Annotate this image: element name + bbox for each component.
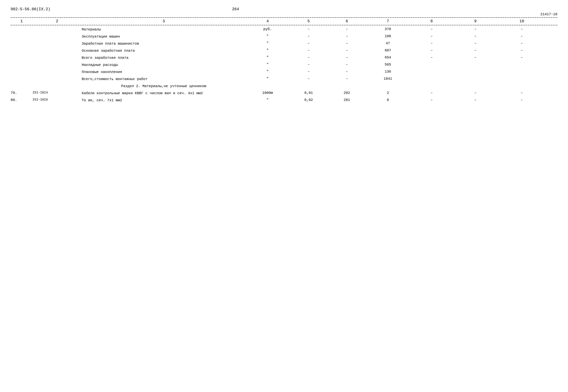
cell-5-6: –: [328, 62, 366, 67]
table-row: Всего заработная плата " – – 654 – – –: [11, 54, 557, 61]
cell-5-3: Накладные расходы: [82, 62, 246, 68]
page-header: 902-5-56.86 (IX.2) 264: [11, 7, 557, 12]
cell-1-4: ": [246, 34, 290, 38]
table-row: Раздел 2. Материалы,не учтонные ценником: [11, 82, 557, 89]
section-label: (IX.2): [36, 7, 50, 12]
col-header-1: 1: [11, 19, 33, 24]
page-number: 264: [50, 7, 421, 12]
cell-1-3: Эксплуатация машин: [82, 34, 246, 39]
cell-0-7: 378: [366, 27, 410, 31]
col-header-2: 2: [33, 19, 82, 24]
col-header-9: 9: [454, 19, 497, 24]
table-row: Эксплуатация машин " – – 100 – – –: [11, 33, 557, 40]
cell-0-8: –: [410, 27, 454, 31]
col-header-10: 10: [497, 19, 546, 24]
top-dashed-line: [11, 17, 557, 18]
cell-5-7: 565: [366, 62, 410, 67]
cell-0-6: –: [328, 27, 366, 31]
bottom-header-dashed-line: [11, 25, 557, 25]
cell-4-4: ": [246, 56, 290, 59]
cell-9-4: 1000м: [246, 91, 290, 95]
cell-8-3: Раздел 2. Материалы,не учтонные ценником: [82, 84, 246, 89]
cell-9-7: 2: [366, 91, 410, 95]
col-header-6: 6: [328, 19, 366, 24]
cell-3-6: –: [328, 48, 366, 52]
cell-6-3: Плановые накопления: [82, 70, 246, 74]
cell-2-3: Заработная плата машинистов: [82, 41, 246, 46]
cell-9-9: –: [454, 91, 497, 95]
col-header-7: 7: [366, 19, 410, 24]
table-row: Накладные расходы " – – 565: [11, 61, 557, 68]
cell-5-5: –: [290, 62, 328, 67]
cell-3-4: ": [246, 48, 290, 52]
cell-1-6: –: [328, 34, 366, 38]
table-row: Плановые накопления " – – 136: [11, 68, 557, 75]
main-table: 1 2 3 4 5 6 7 8 9 10 Материалы руб. – – …: [11, 17, 557, 104]
table-row: Всего,стоимость монтажных работ " – – 18…: [11, 75, 557, 82]
cell-1-9: –: [454, 34, 497, 38]
table-row: Материалы руб. – – 378 – – –: [11, 26, 557, 33]
cell-10-4: ": [246, 98, 290, 102]
cell-4-8: –: [410, 56, 454, 59]
cell-4-6: –: [328, 56, 366, 59]
col-header-4: 4: [246, 19, 290, 24]
table-row: Заработная плата машинистов " – – 47 – –…: [11, 40, 557, 47]
cell-10-2: I5I-I8I6: [33, 98, 82, 101]
cell-9-6: 202: [328, 91, 366, 95]
cell-9-1: 79.: [11, 91, 33, 95]
cell-10-1: 80.: [11, 98, 33, 102]
cell-1-10: –: [497, 34, 546, 38]
cell-6-6: –: [328, 70, 366, 74]
cell-9-3: Кабели контрольные марки КВВГ с числом ж…: [82, 91, 246, 96]
cell-3-3: Основная заработная плата: [82, 48, 246, 53]
cell-4-3: Всего заработная плата: [82, 56, 246, 60]
table-row: 79. I5I-I8I4 Кабели контрольные марки КВ…: [11, 89, 557, 97]
col-header-5: 5: [290, 19, 328, 24]
cell-9-8: –: [410, 91, 454, 95]
cell-10-3: То же, сеч. 7х1 мм2: [82, 98, 246, 103]
cell-10-5: 0,02: [290, 98, 328, 102]
cell-1-7: 100: [366, 34, 410, 38]
column-headers: 1 2 3 4 5 6 7 8 9 10: [11, 18, 557, 25]
document-code: 902-5-56.86: [11, 7, 36, 12]
cell-1-8: –: [410, 34, 454, 38]
cell-7-3: Всего,стоимость монтажных работ: [82, 77, 246, 82]
col-header-3: 3: [82, 19, 246, 24]
cell-6-4: ": [246, 70, 290, 74]
cell-3-8: –: [410, 48, 454, 52]
cell-2-9: –: [454, 41, 497, 45]
cell-1-5: –: [290, 34, 328, 38]
cell-9-2: I5I-I8I4: [33, 91, 82, 94]
cell-2-5: –: [290, 41, 328, 45]
cell-2-7: 47: [366, 41, 410, 45]
subcode: 21417-10: [11, 12, 557, 16]
cell-9-5: 0,01: [290, 91, 328, 95]
cell-3-9: –: [454, 48, 497, 52]
cell-3-10: –: [497, 48, 546, 52]
cell-9-10: –: [497, 91, 546, 95]
cell-7-4: ": [246, 77, 290, 81]
cell-4-10: –: [497, 56, 546, 59]
cell-7-5: –: [290, 77, 328, 81]
cell-10-9: –: [454, 98, 497, 102]
cell-4-9: –: [454, 56, 497, 59]
cell-2-6: –: [328, 41, 366, 45]
cell-10-7: 6: [366, 98, 410, 102]
cell-3-7: 607: [366, 48, 410, 52]
col-header-8: 8: [410, 19, 454, 24]
cell-10-10: –: [497, 98, 546, 102]
cell-6-7: 136: [366, 70, 410, 74]
cell-7-7: 1841: [366, 77, 410, 81]
table-row: 80. I5I-I8I6 То же, сеч. 7х1 мм2 " 0,02 …: [11, 97, 557, 104]
cell-0-10: –: [497, 27, 546, 31]
table-row: Основная заработная плата " – – 607 – – …: [11, 47, 557, 54]
cell-4-7: 654: [366, 56, 410, 59]
cell-10-8: –: [410, 98, 454, 102]
cell-6-5: –: [290, 70, 328, 74]
cell-0-9: –: [454, 27, 497, 31]
cell-10-6: 281: [328, 98, 366, 102]
cell-3-5: –: [290, 48, 328, 52]
cell-2-8: –: [410, 41, 454, 45]
cell-7-6: –: [328, 77, 366, 81]
cell-2-4: ": [246, 41, 290, 45]
